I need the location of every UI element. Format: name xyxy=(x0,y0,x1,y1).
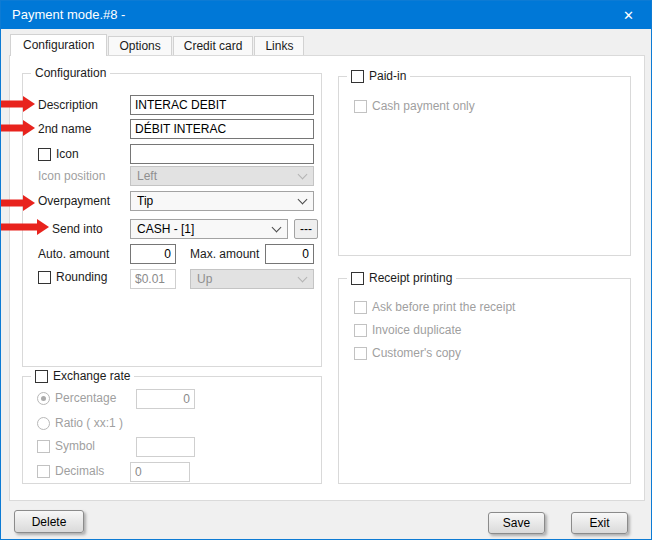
ratio-radio xyxy=(37,417,50,430)
customers-copy-row: Customer's copy xyxy=(354,346,461,360)
description-label: Description xyxy=(38,95,98,115)
icon-checkbox xyxy=(38,148,51,161)
send-into-combobox[interactable]: CASH - [1] xyxy=(130,219,288,239)
titlebar: Payment mode.#8 - ✕ xyxy=(1,1,651,29)
exchange-rate-group: Exchange rate Percentage 0 Ratio ( xx:1 … xyxy=(22,376,322,484)
overpayment-combobox[interactable]: Tip xyxy=(130,191,314,211)
decimals-checkbox xyxy=(37,465,50,478)
rounding-checkbox xyxy=(38,271,51,284)
auto-amount-label: Auto. amount xyxy=(38,244,109,264)
close-icon[interactable]: ✕ xyxy=(606,1,651,29)
save-button[interactable]: Save xyxy=(488,512,545,534)
invoice-duplicate-row: Invoice duplicate xyxy=(354,323,461,337)
cash-payment-only-checkbox xyxy=(354,100,367,113)
symbol-checkbox-row: Symbol xyxy=(37,439,95,453)
icon-position-combobox: Left xyxy=(130,166,314,186)
percentage-input: 0 xyxy=(136,389,195,409)
chevron-down-icon xyxy=(298,195,308,205)
exchange-rate-legend[interactable]: Exchange rate xyxy=(31,369,134,383)
icon-position-label: Icon position xyxy=(38,166,105,186)
receipt-printing-checkbox xyxy=(351,272,364,285)
icon-input[interactable] xyxy=(130,144,314,164)
receipt-printing-legend[interactable]: Receipt printing xyxy=(347,271,456,285)
decimals-checkbox-row: Decimals xyxy=(37,464,104,478)
auto-amount-input[interactable]: 0 xyxy=(130,244,176,264)
tab-strip: Configuration Options Credit card Links xyxy=(10,34,305,55)
tab-configuration[interactable]: Configuration xyxy=(10,34,107,56)
chevron-down-icon xyxy=(298,273,308,283)
tab-links[interactable]: Links xyxy=(254,36,304,55)
configuration-group: Configuration Description INTERAC DEBIT … xyxy=(22,73,322,367)
exit-button[interactable]: Exit xyxy=(571,512,628,534)
rounding-checkbox-row[interactable]: Rounding xyxy=(38,270,107,284)
description-input[interactable]: INTERAC DEBIT xyxy=(130,95,314,115)
overpayment-label: Overpayment xyxy=(38,191,110,211)
receipt-printing-group: Receipt printing Ask before print the re… xyxy=(338,278,631,484)
decimals-label: Decimals xyxy=(55,464,104,478)
payment-mode-dialog: Payment mode.#8 - ✕ Configuration Option… xyxy=(0,0,652,540)
rounding-mode-combobox: Up xyxy=(190,269,314,289)
decimals-input: 0 xyxy=(130,462,190,482)
exchange-rate-checkbox xyxy=(35,370,48,383)
paid-in-checkbox xyxy=(351,70,364,83)
rounding-label: Rounding xyxy=(56,270,107,284)
ask-before-print-label: Ask before print the receipt xyxy=(372,300,515,314)
window-title: Payment mode.#8 - xyxy=(12,1,125,29)
red-arrow-overpayment-icon xyxy=(1,195,35,211)
symbol-label: Symbol xyxy=(55,439,95,453)
send-into-label: Send into xyxy=(52,219,103,239)
percentage-radio-row: Percentage xyxy=(37,391,116,405)
ratio-radio-row: Ratio ( xx:1 ) xyxy=(37,416,123,430)
ask-before-print-checkbox xyxy=(354,301,367,314)
red-arrow-second-name-icon xyxy=(1,120,35,136)
send-into-browse-button[interactable]: --- xyxy=(294,219,318,239)
percentage-label: Percentage xyxy=(55,391,116,405)
max-amount-label: Max. amount xyxy=(190,244,259,264)
icon-checkbox-row[interactable]: Icon xyxy=(38,147,79,161)
chevron-down-icon xyxy=(272,223,282,233)
delete-button[interactable]: Delete xyxy=(14,510,84,533)
rounding-amount-input: $0.01 xyxy=(130,269,176,289)
cash-payment-only-label: Cash payment only xyxy=(372,99,475,113)
percentage-radio xyxy=(37,392,50,405)
second-name-label: 2nd name xyxy=(38,119,91,139)
paid-in-group: Paid-in Cash payment only xyxy=(338,76,631,256)
symbol-input xyxy=(136,437,195,457)
invoice-duplicate-checkbox xyxy=(354,324,367,337)
configuration-group-legend: Configuration xyxy=(31,66,110,80)
invoice-duplicate-label: Invoice duplicate xyxy=(372,323,461,337)
chevron-down-icon xyxy=(298,170,308,180)
customers-copy-checkbox xyxy=(354,347,367,360)
cash-payment-only-row: Cash payment only xyxy=(354,99,475,113)
red-arrow-description-icon xyxy=(1,96,35,112)
ratio-label: Ratio ( xx:1 ) xyxy=(55,416,123,430)
footer-strip xyxy=(2,501,650,538)
symbol-checkbox xyxy=(37,440,50,453)
paid-in-legend[interactable]: Paid-in xyxy=(347,69,410,83)
icon-label: Icon xyxy=(56,147,79,161)
ask-before-print-row: Ask before print the receipt xyxy=(354,300,515,314)
red-arrow-send-into-icon xyxy=(1,219,49,235)
customers-copy-label: Customer's copy xyxy=(372,346,461,360)
tab-credit-card[interactable]: Credit card xyxy=(173,36,254,55)
tab-options[interactable]: Options xyxy=(108,36,171,55)
second-name-input[interactable]: DÉBIT INTERAC xyxy=(130,119,314,139)
max-amount-input[interactable]: 0 xyxy=(265,244,314,264)
